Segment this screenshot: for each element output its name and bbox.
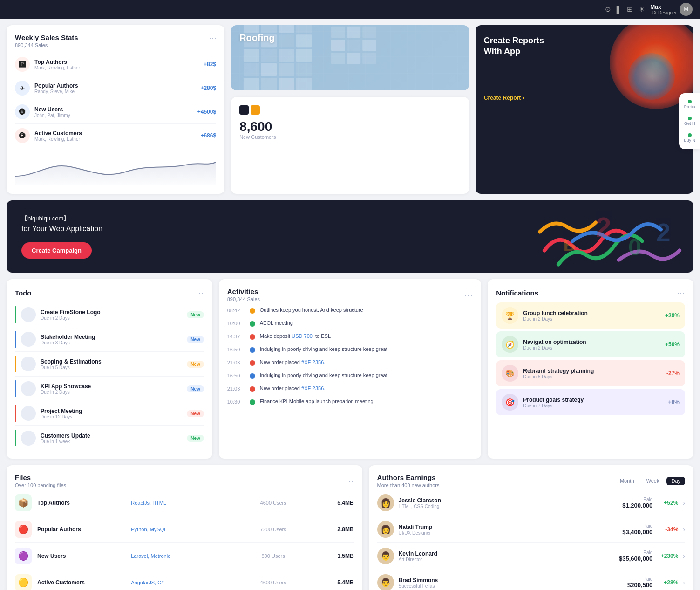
author-amount: $3,400,000 bbox=[528, 528, 652, 535]
chevron-right-icon[interactable]: › bbox=[683, 499, 685, 507]
list-item: 🟡 Active Customers AngularJS, C# 4600 Us… bbox=[15, 569, 354, 590]
chevron-right-icon[interactable]: › bbox=[683, 552, 685, 560]
activity-text: Indulging in poorly driving and keep str… bbox=[260, 372, 473, 378]
notif-icon: 🎯 bbox=[502, 394, 518, 411]
todo-name: Scoping & Estimations bbox=[41, 358, 182, 365]
menu-dots-icon[interactable]: ⋯ bbox=[209, 33, 217, 43]
status-dot bbox=[688, 133, 692, 137]
todo-badge: New bbox=[187, 361, 204, 368]
file-users: 890 Users bbox=[242, 553, 304, 559]
list-item: 08:42 Outlines keep you honest. And keep… bbox=[227, 304, 473, 317]
activity-link[interactable]: USD 700. bbox=[292, 333, 314, 339]
brightness-icon[interactable]: ☀ bbox=[639, 5, 645, 14]
author-info: Kevin Leonard Art Director bbox=[399, 550, 523, 562]
notif-value: -27% bbox=[666, 370, 680, 377]
activities-title: Activities bbox=[227, 288, 260, 295]
list-item: 🧭 Navigation optimization Due in 2 Days … bbox=[496, 331, 685, 357]
file-icon: 📦 bbox=[15, 494, 32, 511]
activity-time: 21:03 bbox=[227, 386, 245, 391]
notif-icon: 🏆 bbox=[502, 307, 518, 324]
activities-list: 08:42 Outlines keep you honest. And keep… bbox=[227, 304, 473, 408]
file-size: 5.4MB bbox=[310, 579, 354, 586]
authors-title: Authors Earnings bbox=[377, 473, 440, 481]
side-mini-item[interactable]: Get H bbox=[682, 114, 697, 129]
side-mini-item[interactable]: Buy N bbox=[682, 130, 697, 145]
side-mini-item[interactable]: Prebu bbox=[682, 97, 697, 112]
svg-rect-11 bbox=[279, 49, 294, 62]
stat-info: Popular Authors Randy, Steve, Mike bbox=[34, 82, 196, 94]
activity-link[interactable]: #XF-2356. bbox=[301, 385, 325, 391]
author-earnings: Paid $3,400,000 bbox=[528, 523, 652, 535]
author-info: Natali Trump UI/UX Designer bbox=[399, 524, 523, 535]
notif-info: Product goals strategy Due in 7 Days bbox=[523, 397, 663, 408]
todo-info: KPI App Showcase Due in 2 Days bbox=[41, 383, 182, 395]
todo-badge: New bbox=[187, 385, 204, 392]
activity-time: 16:50 bbox=[227, 347, 245, 352]
list-item: 👨 Brad Simmons Successful Fellas Paid $2… bbox=[377, 569, 685, 590]
notif-sub: Due in 5 Days bbox=[523, 374, 662, 379]
svg-rect-22 bbox=[347, 27, 361, 38]
activities-card: Activities 890,344 Sales ⋯ 08:42 Outline… bbox=[219, 279, 481, 459]
activity-link[interactable]: #XF-2356. bbox=[301, 359, 325, 365]
activity-time: 08:42 bbox=[227, 308, 245, 313]
list-item: 👩 Natali Trump UI/UX Designer Paid $3,40… bbox=[377, 516, 685, 543]
svg-rect-17 bbox=[244, 78, 259, 90]
list-item: Project Meeting Due in 12 Days New bbox=[15, 401, 204, 426]
file-name: New Users bbox=[37, 553, 125, 559]
svg-rect-4 bbox=[296, 25, 312, 33]
create-report-link[interactable]: Create Report › bbox=[484, 95, 685, 101]
files-menu-icon[interactable]: ⋯ bbox=[346, 476, 354, 486]
topnav: ⊙ ▌ ⊞ ☀ Max UX Designer M bbox=[0, 0, 700, 19]
todo-menu-icon[interactable]: ⋯ bbox=[196, 288, 204, 298]
author-role: Successful Fellas bbox=[399, 583, 523, 589]
file-size: 2.8MB bbox=[310, 526, 354, 533]
search-icon[interactable]: ⊙ bbox=[605, 5, 611, 14]
activity-text: New order placed #XF-2356. bbox=[260, 385, 473, 391]
todo-list: Create FireStone Logo Due in 2 Days New … bbox=[15, 302, 204, 450]
svg-rect-7 bbox=[279, 34, 294, 47]
reports-card: Create Reports With App Create Report › bbox=[476, 25, 693, 194]
list-item: 👩 Jessie Clarcson HTML, CSS Coding Paid … bbox=[377, 490, 685, 516]
chevron-right-icon[interactable]: › bbox=[683, 526, 685, 533]
stat-name: Active Customers bbox=[34, 130, 196, 137]
todo-name: Customers Update bbox=[41, 432, 182, 439]
activity-dot-icon bbox=[250, 347, 255, 353]
author-earnings: Paid $1,200,000 bbox=[528, 497, 652, 509]
svg-rect-12 bbox=[296, 49, 312, 62]
list-item: Stakeholder Meeting Due in 3 Days New bbox=[15, 327, 204, 352]
svg-rect-13 bbox=[244, 63, 259, 76]
activity-time: 21:03 bbox=[227, 360, 245, 365]
todo-color-bar bbox=[15, 405, 16, 422]
todo-avatar bbox=[21, 307, 36, 322]
todo-name: Create FireStone Logo bbox=[41, 309, 182, 316]
notifications-menu-icon[interactable]: ⋯ bbox=[677, 288, 685, 298]
customers-icons bbox=[239, 105, 461, 115]
tab-week[interactable]: Week bbox=[642, 477, 664, 485]
tab-day[interactable]: Day bbox=[666, 477, 685, 485]
stat-item: 🅥 New Users John, Pat, Jimmy +4500$ bbox=[15, 100, 216, 124]
activity-dot-icon bbox=[250, 360, 255, 366]
todo-badge: New bbox=[187, 435, 204, 442]
list-item: 16:50 Indulging in poorly driving and ke… bbox=[227, 369, 473, 382]
svg-rect-8 bbox=[296, 34, 312, 47]
stat-info: Active Customers Mark, Rowling, Esther bbox=[34, 130, 196, 142]
activity-time: 16:50 bbox=[227, 373, 245, 378]
file-tags: ReactJs, HTML bbox=[131, 500, 237, 506]
file-users: 4600 Users bbox=[242, 580, 304, 585]
activities-menu-icon[interactable]: ⋯ bbox=[464, 290, 473, 300]
create-campaign-button[interactable]: Create Campaign bbox=[21, 242, 92, 259]
author-info: Brad Simmons Successful Fellas bbox=[399, 577, 523, 589]
list-item: 10:00 AEOL meeting bbox=[227, 317, 473, 330]
chevron-right-icon[interactable]: › bbox=[683, 579, 685, 586]
svg-rect-16 bbox=[296, 63, 312, 76]
avatar[interactable]: M bbox=[680, 3, 693, 16]
status-dot bbox=[688, 117, 692, 120]
tab-month[interactable]: Month bbox=[615, 477, 639, 485]
notif-title: Group lunch celebration bbox=[523, 310, 660, 316]
stat-name: New Users bbox=[34, 106, 193, 113]
side-panel: PrebuGet HBuy N bbox=[679, 93, 700, 149]
author-avatar: 👨 bbox=[377, 548, 394, 564]
notif-sub: Due in 2 Days bbox=[523, 345, 660, 350]
roofing-label: Roofing bbox=[239, 33, 275, 43]
grid-icon[interactable]: ⊞ bbox=[627, 5, 633, 14]
